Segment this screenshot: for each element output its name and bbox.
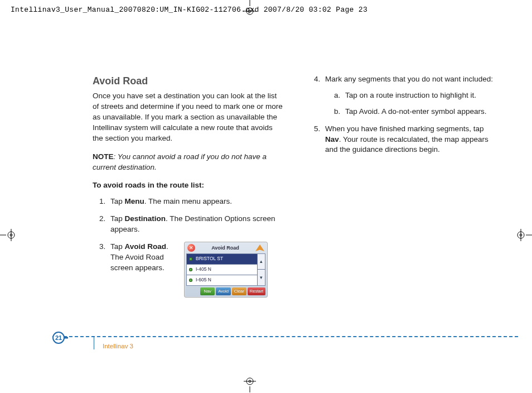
device-scrollbar: ▴ ▾ [257,254,265,285]
device-screenshot: ✕ Avoid Road BRISTOL ST I-405 N I-605 N [184,242,268,298]
intro-paragraph: Once you have set a destination you can … [93,91,285,143]
device-row: I-605 N [187,275,257,285]
footer-product-label: Intellinav 3 [103,343,133,349]
subhead: To avoid roads in the route list: [93,180,285,191]
note-paragraph: NOTE: You cannot avoid a road if you do … [93,152,285,173]
scroll-up-icon: ▴ [258,254,265,270]
device-row-selected: BRISTOL ST [187,254,257,265]
scroll-down-icon: ▾ [258,270,265,285]
footer-vertical-rule [94,336,94,349]
device-gps-icon [255,245,264,251]
step-4b: b.Tap Avoid. A do-not-enter symbol appea… [336,107,500,117]
device-row: I-405 N [187,265,257,275]
crop-mark-left [0,227,17,243]
section-title: Avoid Road [93,74,285,88]
steps-list-right: 4. Mark any segments that you do not wan… [307,74,500,155]
step-3: 3. Tap Avoid Road. The Avoid Road screen… [103,242,285,298]
step-1: 1. Tap Menu. The main menu appears. [103,196,285,207]
device-restart-button: Restart [248,287,265,296]
page-content: Avoid Road Once you have set a destinati… [93,74,500,304]
device-clear-button: Clear [232,287,246,296]
step-2: 2. Tap Destination. The Destination Opti… [103,214,285,235]
device-nav-button: Nav [200,287,215,296]
step-5: 5. When you have finished marking segmen… [317,124,500,156]
print-slug-header: Intellinav3_User_Manual_20070820:UM_IN-K… [11,6,367,14]
note-label: NOTE [93,152,114,161]
note-text: : You cannot avoid a road if you do not … [93,152,267,171]
device-rows: BRISTOL ST I-405 N I-605 N [187,254,257,285]
steps-list-left: 1. Tap Menu. The main menu appears. 2. T… [93,196,285,298]
right-column: 4. Mark any segments that you do not wan… [307,74,500,304]
left-column: Avoid Road Once you have set a destinati… [93,74,285,304]
crop-mark-top [241,0,258,17]
step-4: 4. Mark any segments that you do not wan… [317,74,500,117]
print-slug-text: Intellinav3_User_Manual_20070820:UM_IN-K… [11,6,367,14]
crop-mark-right [515,227,532,243]
footer-rule [52,336,518,337]
device-title: Avoid Road [195,245,255,252]
device-avoid-button: Avoid [216,287,231,296]
step-4a: a.Tap on a route instruction to highligh… [336,90,500,101]
device-close-icon: ✕ [187,244,195,252]
page-number-badge: 21 [52,332,65,344]
crop-mark-bottom [241,376,258,392]
